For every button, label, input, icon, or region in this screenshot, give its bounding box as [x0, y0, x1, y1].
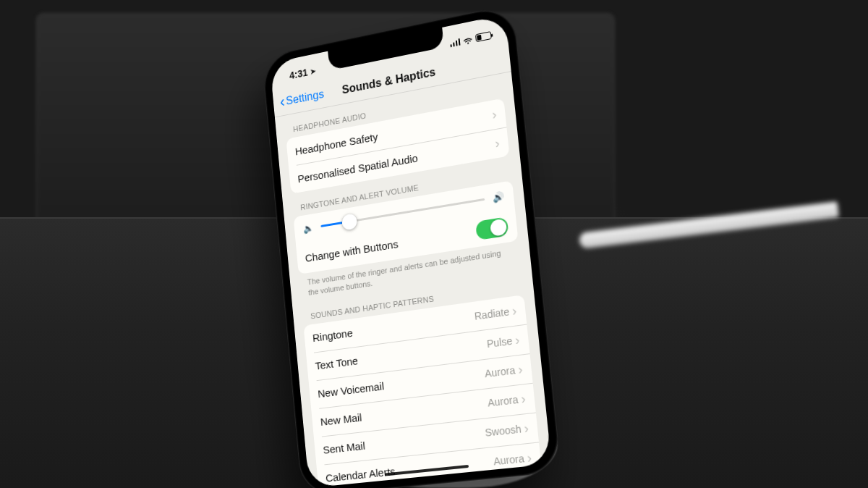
- cellular-signal-icon: [449, 37, 460, 47]
- chevron-right-icon: ›: [511, 304, 517, 318]
- chevron-right-icon: ›: [520, 392, 526, 405]
- row-value: Aurora: [484, 364, 516, 379]
- iphone-screen: 4:31 ➤ ‹ Settings: [270, 14, 552, 488]
- chevron-left-icon: ‹: [279, 96, 285, 109]
- battery-icon: [475, 31, 492, 42]
- chevron-right-icon: ›: [524, 421, 529, 435]
- back-button[interactable]: ‹ Settings: [279, 88, 324, 109]
- back-label: Settings: [286, 88, 325, 107]
- volume-slider-thumb[interactable]: [341, 213, 357, 231]
- toggle-change-with-buttons[interactable]: [475, 216, 509, 240]
- row-value: Swoosh: [485, 423, 522, 439]
- chevron-right-icon: ›: [491, 108, 497, 122]
- group-patterns: Ringtone Radiate › Text Tone Pulse › New…: [303, 295, 545, 488]
- row-value: Aurora: [487, 393, 519, 408]
- chevron-right-icon: ›: [514, 333, 520, 347]
- iphone-device: 4:31 ➤ ‹ Settings: [261, 4, 561, 488]
- photo-scene: 4:31 ➤ ‹ Settings: [0, 0, 868, 488]
- wifi-icon: [462, 35, 473, 45]
- speaker-low-icon: 🔈: [302, 222, 315, 235]
- row-value: Pulse: [486, 335, 513, 350]
- row-value: Aurora: [493, 453, 525, 468]
- speaker-high-icon: 🔊: [491, 190, 505, 203]
- chevron-right-icon: ›: [495, 136, 501, 150]
- settings-content: Headphone Audio Headphone Safety › Perso…: [275, 72, 552, 488]
- row-value: Radiate: [474, 306, 510, 322]
- location-services-icon: ➤: [310, 67, 315, 76]
- chevron-right-icon: ›: [517, 362, 523, 376]
- status-time: 4:31 ➤: [289, 65, 315, 81]
- chevron-right-icon: ›: [527, 451, 532, 465]
